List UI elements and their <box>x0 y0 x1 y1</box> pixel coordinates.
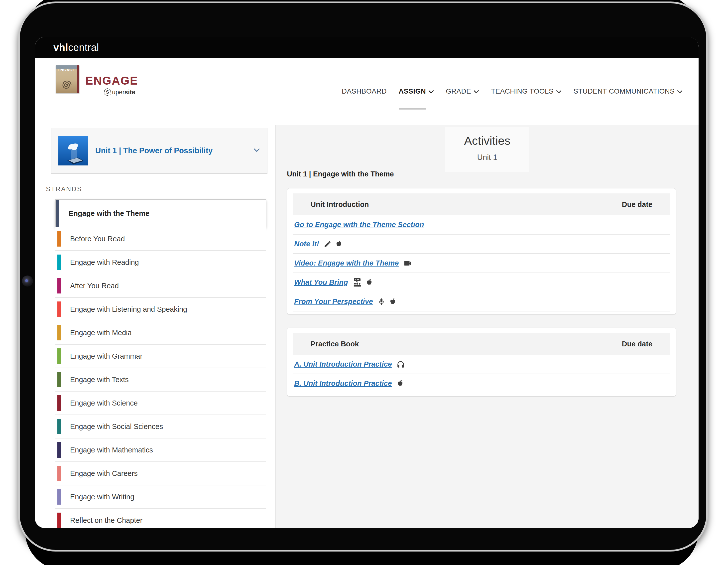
strand-color-bar <box>57 395 61 411</box>
nav-label: GRADE <box>446 87 471 95</box>
activity-row: What You Bring <box>293 273 670 292</box>
activity-card-practice-book: Practice BookDue dateA. Unit Introductio… <box>287 328 676 397</box>
discussion-icon <box>353 278 362 287</box>
apple-icon <box>389 298 396 306</box>
strand-color-bar <box>57 278 61 293</box>
apple-icon <box>396 380 404 388</box>
screen: vhlcentral ENGAGE ENGAGE Supersite DASHB… <box>35 37 699 528</box>
strand-color-bar <box>57 466 61 481</box>
strand-color-bar <box>57 255 61 270</box>
nav-item-student-communications[interactable]: STUDENT COMMUNICATIONS <box>574 87 683 95</box>
activity-link-a-unit-introduction-practice[interactable]: A. Unit Introduction Practice <box>294 360 392 368</box>
activity-link-video-engage-with-the-theme[interactable]: Video: Engage with the Theme <box>294 259 399 267</box>
nav-label: TEACHING TOOLS <box>491 87 554 95</box>
activity-icons <box>396 360 405 369</box>
activity-row: Note It! <box>293 235 670 254</box>
strand-item-engage-with-listening-and-speaking[interactable]: Engage with Listening and Speaking <box>55 298 266 321</box>
activity-link-what-you-bring[interactable]: What You Bring <box>294 278 348 286</box>
strand-color-bar <box>57 301 61 317</box>
chevron-down-icon <box>677 87 683 95</box>
app-header: ENGAGE ENGAGE Supersite DASHBOARDASSIGNG… <box>35 58 699 125</box>
strand-label: After You Read <box>70 282 119 290</box>
strand-item-engage-with-mathematics[interactable]: Engage with Mathematics <box>55 438 266 462</box>
video-camera-icon <box>403 259 412 268</box>
card-title: Unit Introduction <box>311 200 369 209</box>
strand-color-bar <box>57 419 61 434</box>
activity-icons <box>377 297 396 306</box>
strands-label: STRANDS <box>46 185 275 193</box>
activity-link-go-to-engage-with-the-theme-section[interactable]: Go to Engage with the Theme Section <box>294 221 424 229</box>
activity-icons <box>403 259 412 268</box>
activity-card-unit-introduction: Unit IntroductionDue dateGo to Engage wi… <box>287 188 676 315</box>
headphones-icon <box>396 360 405 369</box>
strand-color-bar <box>57 489 61 505</box>
strand-item-after-you-read[interactable]: After You Read <box>55 274 266 298</box>
nav-item-dashboard[interactable]: DASHBOARD <box>342 87 387 95</box>
activity-row: Go to Engage with the Theme Section <box>293 215 670 235</box>
strand-label: Before You Read <box>70 235 125 243</box>
main-nav: DASHBOARDASSIGNGRADETEACHING TOOLSSTUDEN… <box>342 58 683 125</box>
strand-label: Engage with Reading <box>70 258 139 267</box>
due-date-header: Due date <box>622 340 652 348</box>
main-content: Activities Unit 1 Unit 1 | Engage with t… <box>276 125 699 528</box>
strand-label: Engage with Texts <box>70 376 129 384</box>
activity-link-b-unit-introduction-practice[interactable]: B. Unit Introduction Practice <box>294 379 392 388</box>
book-cover: ENGAGE <box>56 65 79 93</box>
unit-title: Unit 1 | The Power of Possibility <box>95 146 253 155</box>
activity-link-note-it[interactable]: Note It! <box>294 240 319 248</box>
strand-item-engage-with-writing[interactable]: Engage with Writing <box>55 485 266 509</box>
strand-color-bar <box>57 513 61 528</box>
activity-icons <box>324 240 343 248</box>
microphone-icon <box>377 297 385 306</box>
strand-item-engage-with-the-theme[interactable]: Engage with the Theme <box>55 199 266 227</box>
strand-color-bar <box>57 325 61 340</box>
nav-item-teaching-tools[interactable]: TEACHING TOOLS <box>491 87 562 95</box>
supersite-s-badge: S <box>104 88 111 96</box>
strand-item-reflect-on-the-chapter[interactable]: Reflect on the Chapter <box>55 509 266 528</box>
strand-item-engage-with-social-sciences[interactable]: Engage with Social Sciences <box>55 415 266 438</box>
nav-label: STUDENT COMMUNICATIONS <box>574 87 675 95</box>
logo-text: ENGAGE Supersite <box>85 65 138 96</box>
stone-spiral-art <box>56 77 76 93</box>
brand-regular: central <box>68 42 99 53</box>
unit-selector[interactable]: Unit 1 | The Power of Possibility <box>51 128 267 174</box>
strand-item-engage-with-grammar[interactable]: Engage with Grammar <box>55 345 266 368</box>
apple-icon <box>365 279 373 286</box>
apple-icon <box>335 240 343 248</box>
card-title: Practice Book <box>311 340 359 348</box>
nav-label: DASHBOARD <box>342 87 387 95</box>
book-cover-title: ENGAGE <box>56 68 77 72</box>
strand-item-before-you-read[interactable]: Before You Read <box>55 227 266 251</box>
strand-item-engage-with-reading[interactable]: Engage with Reading <box>55 251 266 274</box>
due-date-header: Due date <box>622 200 652 209</box>
strand-list: Engage with the ThemeBefore You ReadEnga… <box>35 199 275 528</box>
activities-title: Activities <box>276 134 699 147</box>
strand-color-bar <box>56 200 59 227</box>
strand-item-engage-with-texts[interactable]: Engage with Texts <box>55 368 266 392</box>
activities-unit-subtitle: Unit 1 <box>276 153 699 162</box>
supersite-mid: uper <box>112 89 124 96</box>
activity-icons <box>396 380 404 388</box>
activity-link-from-your-perspective[interactable]: From Your Perspective <box>294 297 373 306</box>
strand-label: Engage with the Theme <box>69 209 149 218</box>
strand-label: Engage with Careers <box>70 469 138 478</box>
strand-color-bar <box>57 372 61 387</box>
strand-color-bar <box>57 442 61 458</box>
sidebar: Unit 1 | The Power of Possibility STRAND… <box>35 125 276 528</box>
strand-item-engage-with-media[interactable]: Engage with Media <box>55 321 266 345</box>
unit-thumbnail <box>58 136 88 165</box>
strand-item-engage-with-careers[interactable]: Engage with Careers <box>55 462 266 485</box>
chevron-down-icon <box>474 87 479 95</box>
strand-item-engage-with-science[interactable]: Engage with Science <box>55 392 266 415</box>
nav-item-grade[interactable]: GRADE <box>446 87 479 95</box>
card-header: Practice BookDue date <box>293 333 670 355</box>
vhlcentral-brand: vhlcentral <box>53 42 99 53</box>
engage-logo: ENGAGE ENGAGE Supersite <box>56 65 138 96</box>
chevron-down-icon <box>428 87 434 95</box>
nav-label: ASSIGN <box>399 87 426 95</box>
engage-wordmark: ENGAGE <box>85 75 138 86</box>
nav-item-assign[interactable]: ASSIGN <box>399 87 434 95</box>
strand-label: Reflect on the Chapter <box>70 516 142 525</box>
strand-label: Engage with Social Sciences <box>70 423 163 431</box>
strand-label: Engage with Media <box>70 329 132 337</box>
